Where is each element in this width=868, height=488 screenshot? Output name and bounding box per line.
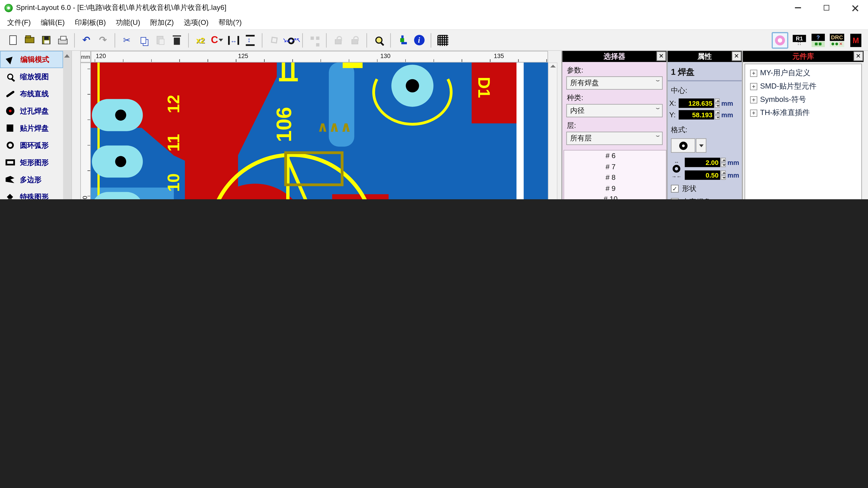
lock-button[interactable] bbox=[330, 32, 346, 48]
pad-shape-dropdown[interactable] bbox=[696, 138, 706, 153]
pad-mode-button[interactable] bbox=[772, 32, 788, 48]
flip-vertical-button[interactable]: ↔ bbox=[242, 32, 258, 48]
list-item[interactable]: # 9 bbox=[564, 183, 657, 194]
expand-icon[interactable]: + bbox=[750, 69, 757, 76]
r1-designator-button[interactable]: R1∷ bbox=[792, 31, 807, 49]
maximize-button[interactable] bbox=[814, 0, 839, 15]
tree-item[interactable]: +SMD-贴片型元件 bbox=[745, 80, 861, 93]
paste-button[interactable] bbox=[152, 32, 168, 48]
snap-center-icon bbox=[285, 34, 297, 46]
library-panel: 元件库 ✕ +MY-用户自定义+SMD-贴片型元件+Symbols-符号+TH-… bbox=[742, 51, 864, 199]
list-item[interactable]: # 7 bbox=[564, 161, 657, 172]
properties-close-button[interactable]: ✕ bbox=[732, 52, 741, 61]
duplicate-button[interactable]: x2 bbox=[192, 32, 209, 48]
trash-icon bbox=[174, 37, 180, 44]
tool-via-pad[interactable]: 过孔焊盘 bbox=[0, 102, 63, 120]
menu-item[interactable]: 选项(O) bbox=[179, 15, 214, 30]
pcb-canvas[interactable]: 12 11 10 9 8 7 106 D1 ∧∧∧ CJ08 KIA ALL bbox=[91, 63, 548, 199]
x-value-field[interactable]: 128.635 bbox=[679, 98, 714, 108]
macro-button[interactable]: M bbox=[848, 31, 864, 49]
undo-button[interactable]: ↶ bbox=[78, 32, 94, 48]
ground-plane-button[interactable] bbox=[434, 32, 451, 48]
layer-dropdown[interactable]: 所有层ˇ bbox=[566, 132, 662, 145]
tree-item[interactable]: +TH-标准直插件 bbox=[745, 106, 861, 120]
redo-button[interactable]: ↷ bbox=[95, 32, 111, 48]
pad-shape-button[interactable] bbox=[671, 138, 695, 153]
m-icon: M bbox=[850, 33, 862, 47]
via-pad-icon bbox=[6, 107, 14, 115]
inner-diameter-field[interactable]: 0.50 bbox=[685, 170, 720, 180]
unlock-icon bbox=[351, 39, 358, 44]
close-button[interactable] bbox=[842, 0, 868, 15]
menu-item[interactable]: 印刷板(B) bbox=[70, 15, 111, 30]
cross-pad-checkbox-row[interactable]: ✓十字焊盘 bbox=[668, 194, 742, 199]
menu-item[interactable]: 编辑(E) bbox=[36, 15, 70, 30]
tree-item[interactable]: +MY-用户自定义 bbox=[745, 66, 861, 80]
tool-track[interactable]: 布线直线 bbox=[0, 85, 63, 102]
connections-button[interactable] bbox=[306, 32, 322, 48]
expand-icon[interactable]: + bbox=[750, 96, 757, 103]
tool-smd-pad[interactable]: 贴片焊盘 bbox=[0, 120, 63, 137]
menu-item[interactable]: 功能(U) bbox=[111, 15, 145, 30]
print-button[interactable] bbox=[54, 32, 71, 48]
expand-icon[interactable]: + bbox=[750, 109, 757, 117]
tool-edit-mode[interactable]: 编辑模式 bbox=[0, 51, 63, 68]
param-dropdown[interactable]: 所有焊盘ˇ bbox=[566, 76, 662, 90]
selector-title: 选择器 bbox=[562, 51, 666, 62]
smd-pad-icon bbox=[6, 125, 13, 132]
open-button[interactable] bbox=[21, 32, 37, 48]
outer-spinner[interactable] bbox=[721, 158, 726, 167]
x-spinner[interactable] bbox=[715, 98, 720, 108]
info-button[interactable]: i bbox=[411, 32, 427, 48]
rotate-button[interactable]: C bbox=[209, 32, 225, 48]
list-item[interactable]: # 8 bbox=[564, 172, 657, 183]
menu-item[interactable]: 帮助(?) bbox=[214, 15, 247, 30]
x-label: X: bbox=[669, 99, 679, 107]
library-close-button[interactable]: ✕ bbox=[854, 52, 863, 61]
tool-special[interactable]: 特殊图形 bbox=[0, 188, 63, 199]
new-button[interactable] bbox=[4, 32, 21, 48]
copy-button[interactable] bbox=[135, 32, 152, 48]
ruler-unit: mm bbox=[80, 51, 91, 62]
type-dropdown[interactable]: 内径ˇ bbox=[566, 104, 662, 117]
flip-horizontal-button[interactable]: ↔ bbox=[225, 32, 242, 48]
unlock-button[interactable] bbox=[346, 32, 363, 48]
scissors-icon: ✂ bbox=[123, 35, 130, 45]
tool-polygon[interactable]: 多边形 bbox=[0, 171, 63, 188]
help-check-button[interactable]: ? bbox=[810, 31, 826, 49]
rectangle-icon bbox=[5, 159, 15, 165]
cut-button[interactable]: ✂ bbox=[119, 32, 135, 48]
selector-close-button[interactable]: ✕ bbox=[656, 52, 666, 61]
list-item[interactable]: # 6 bbox=[564, 151, 657, 161]
drc-button[interactable]: DRC✕ bbox=[829, 31, 845, 49]
bottom-silk-marks: ∧∧∧ bbox=[317, 119, 352, 135]
menu-item[interactable]: 文件(F) bbox=[2, 15, 36, 30]
pink-pad-icon bbox=[775, 35, 785, 45]
vertical-ruler: 60 55 bbox=[80, 63, 91, 199]
y-value-field[interactable]: 58.193 bbox=[679, 110, 714, 120]
tree-item[interactable]: +Symbols-符号 bbox=[745, 93, 861, 106]
tool-panel-scroll[interactable] bbox=[63, 51, 71, 199]
library-tree[interactable]: +MY-用户自定义+SMD-贴片型元件+Symbols-符号+TH-标准直插件 bbox=[745, 64, 862, 199]
y-spinner[interactable] bbox=[715, 110, 720, 120]
list-item[interactable]: # 10 bbox=[564, 194, 657, 199]
menu-item[interactable]: 附加(Z) bbox=[145, 15, 179, 30]
inner-spinner[interactable] bbox=[721, 170, 726, 180]
chevron-down-icon: ˇ bbox=[656, 79, 659, 87]
tool-rectangle[interactable]: 矩形图形 bbox=[0, 154, 63, 171]
align-button[interactable] bbox=[266, 32, 282, 48]
tool-circle[interactable]: 圆环弧形 bbox=[0, 137, 63, 154]
diameter-list[interactable]: # 6# 7# 8# 9# 10# 11# 12# 13# 14# 15# 16… bbox=[563, 150, 666, 199]
outer-diameter-field[interactable]: 2.00 bbox=[685, 158, 720, 167]
save-button[interactable] bbox=[38, 32, 54, 48]
minimize-button[interactable] bbox=[785, 0, 811, 15]
save-icon bbox=[42, 36, 50, 44]
tool-zoom-view[interactable]: 缩放视图 bbox=[0, 68, 63, 85]
route-button[interactable] bbox=[394, 32, 411, 48]
expand-icon[interactable]: + bbox=[750, 83, 757, 90]
snap-center-button[interactable] bbox=[282, 32, 299, 48]
vertical-scrollbar[interactable] bbox=[548, 63, 557, 199]
zoom-button[interactable] bbox=[370, 32, 387, 48]
delete-button[interactable] bbox=[168, 32, 185, 48]
shape-checkbox-row[interactable]: ✓形状 bbox=[668, 181, 742, 194]
